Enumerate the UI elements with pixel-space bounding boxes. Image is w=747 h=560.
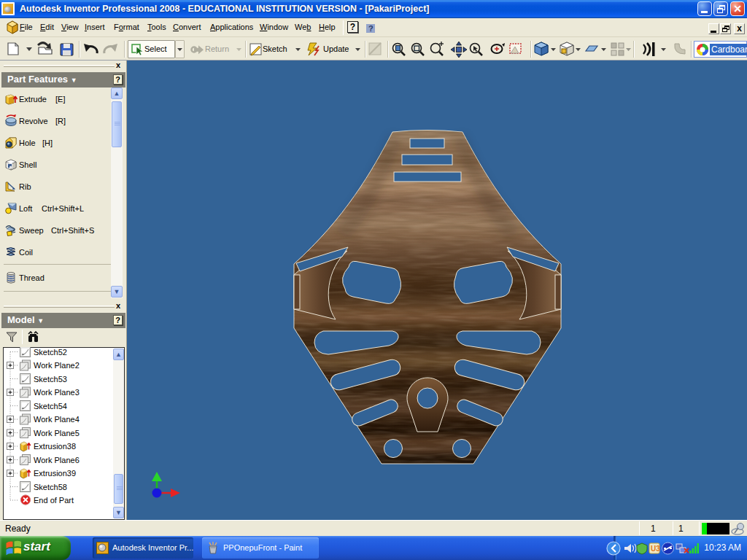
svg-text:Work Plane4: Work Plane4 [34, 415, 80, 424]
svg-text:Sketch58: Sketch58 [34, 483, 67, 491]
svg-text:End of Part: End of Part [34, 496, 74, 505]
svg-text:Extrusion39: Extrusion39 [34, 469, 76, 478]
svg-text:Work Plane2: Work Plane2 [34, 361, 80, 370]
svg-text:Work Plane5: Work Plane5 [34, 429, 80, 438]
svg-text:Work Plane3: Work Plane3 [34, 388, 80, 397]
svg-text:Sketch53: Sketch53 [34, 375, 67, 384]
svg-text:Sketch52: Sketch52 [34, 348, 67, 357]
svg-text:Work Plane6: Work Plane6 [34, 456, 80, 464]
svg-text:Extrusion38: Extrusion38 [34, 442, 76, 451]
svg-text:?: ? [368, 24, 374, 33]
svg-text:U3: U3 [651, 545, 660, 553]
svg-text:Sketch54: Sketch54 [34, 402, 67, 411]
